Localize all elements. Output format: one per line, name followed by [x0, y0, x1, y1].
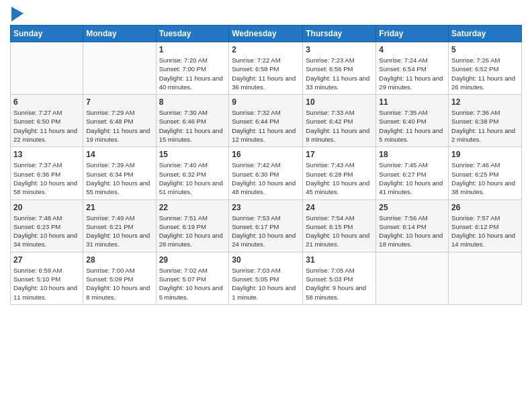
day-info: Sunrise: 7:29 AM Sunset: 6:48 PM Dayligh…	[86, 108, 152, 144]
calendar-cell: 2Sunrise: 7:22 AM Sunset: 6:58 PM Daylig…	[229, 42, 303, 95]
calendar-cell: 3Sunrise: 7:23 AM Sunset: 6:56 PM Daylig…	[303, 42, 376, 95]
svg-marker-0	[11, 7, 24, 21]
calendar-cell: 14Sunrise: 7:39 AM Sunset: 6:34 PM Dayli…	[83, 147, 156, 199]
calendar-cell: 28Sunrise: 7:00 AM Sunset: 5:09 PM Dayli…	[83, 252, 156, 304]
logo-icon	[11, 7, 24, 21]
day-number: 14	[86, 150, 152, 159]
day-info: Sunrise: 7:57 AM Sunset: 6:12 PM Dayligh…	[451, 214, 519, 249]
day-info: Sunrise: 7:03 AM Sunset: 5:05 PM Dayligh…	[232, 266, 300, 302]
day-info: Sunrise: 7:20 AM Sunset: 7:00 PM Dayligh…	[159, 56, 226, 91]
day-number: 10	[306, 97, 373, 107]
calendar-cell	[11, 42, 83, 95]
calendar-cell: 8Sunrise: 7:30 AM Sunset: 6:46 PM Daylig…	[156, 95, 229, 147]
day-number: 29	[159, 255, 226, 265]
day-number: 6	[13, 97, 80, 107]
day-info: Sunrise: 7:49 AM Sunset: 6:21 PM Dayligh…	[86, 214, 152, 249]
day-info: Sunrise: 7:32 AM Sunset: 6:44 PM Dayligh…	[232, 108, 300, 144]
day-number: 2	[232, 45, 300, 54]
calendar-week-row: 1Sunrise: 7:20 AM Sunset: 7:00 PM Daylig…	[11, 42, 522, 95]
day-number: 11	[379, 97, 445, 107]
weekday-header: Saturday	[449, 26, 522, 42]
weekday-header: Thursday	[303, 26, 376, 42]
day-info: Sunrise: 7:53 AM Sunset: 6:17 PM Dayligh…	[232, 214, 300, 249]
calendar-cell: 13Sunrise: 7:37 AM Sunset: 6:36 PM Dayli…	[11, 147, 83, 199]
calendar-week-row: 6Sunrise: 7:27 AM Sunset: 6:50 PM Daylig…	[11, 95, 522, 147]
calendar-cell: 30Sunrise: 7:03 AM Sunset: 5:05 PM Dayli…	[229, 252, 303, 304]
day-info: Sunrise: 7:36 AM Sunset: 6:38 PM Dayligh…	[451, 108, 519, 144]
calendar-cell: 10Sunrise: 7:33 AM Sunset: 6:42 PM Dayli…	[303, 95, 376, 147]
day-number: 24	[306, 203, 373, 212]
page: SundayMondayTuesdayWednesdayThursdayFrid…	[0, 0, 532, 411]
calendar-cell	[83, 42, 156, 95]
calendar-cell: 6Sunrise: 7:27 AM Sunset: 6:50 PM Daylig…	[11, 95, 83, 147]
calendar-cell: 18Sunrise: 7:45 AM Sunset: 6:27 PM Dayli…	[376, 147, 449, 199]
calendar-cell: 19Sunrise: 7:46 AM Sunset: 6:25 PM Dayli…	[449, 147, 522, 199]
calendar-cell: 1Sunrise: 7:20 AM Sunset: 7:00 PM Daylig…	[156, 42, 229, 95]
calendar-cell: 21Sunrise: 7:49 AM Sunset: 6:21 PM Dayli…	[83, 199, 156, 252]
calendar-cell: 17Sunrise: 7:43 AM Sunset: 6:28 PM Dayli…	[303, 147, 376, 199]
weekday-header: Wednesday	[229, 26, 303, 42]
calendar-week-row: 13Sunrise: 7:37 AM Sunset: 6:36 PM Dayli…	[11, 147, 522, 199]
calendar-cell: 26Sunrise: 7:57 AM Sunset: 6:12 PM Dayli…	[449, 199, 522, 252]
day-number: 7	[86, 97, 152, 107]
calendar-cell: 9Sunrise: 7:32 AM Sunset: 6:44 PM Daylig…	[229, 95, 303, 147]
day-number: 31	[306, 255, 373, 265]
day-info: Sunrise: 7:45 AM Sunset: 6:27 PM Dayligh…	[379, 161, 445, 196]
day-number: 1	[159, 45, 226, 54]
weekday-header: Sunday	[11, 26, 83, 42]
calendar-cell: 23Sunrise: 7:53 AM Sunset: 6:17 PM Dayli…	[229, 199, 303, 252]
day-info: Sunrise: 7:02 AM Sunset: 5:07 PM Dayligh…	[159, 266, 226, 302]
day-number: 8	[159, 97, 226, 107]
calendar-cell: 31Sunrise: 7:05 AM Sunset: 5:03 PM Dayli…	[303, 252, 376, 304]
calendar-cell: 20Sunrise: 7:48 AM Sunset: 6:23 PM Dayli…	[11, 199, 83, 252]
calendar-week-row: 20Sunrise: 7:48 AM Sunset: 6:23 PM Dayli…	[11, 199, 522, 252]
day-info: Sunrise: 7:46 AM Sunset: 6:25 PM Dayligh…	[451, 161, 519, 196]
calendar-cell: 7Sunrise: 7:29 AM Sunset: 6:48 PM Daylig…	[83, 95, 156, 147]
day-number: 23	[232, 203, 300, 212]
day-number: 30	[232, 255, 300, 265]
day-info: Sunrise: 7:27 AM Sunset: 6:50 PM Dayligh…	[13, 108, 80, 144]
calendar-header-row: SundayMondayTuesdayWednesdayThursdayFrid…	[11, 26, 522, 42]
day-number: 9	[232, 97, 300, 107]
day-number: 28	[86, 255, 152, 265]
day-info: Sunrise: 7:39 AM Sunset: 6:34 PM Dayligh…	[86, 161, 152, 196]
calendar-cell: 24Sunrise: 7:54 AM Sunset: 6:15 PM Dayli…	[303, 199, 376, 252]
day-info: Sunrise: 7:33 AM Sunset: 6:42 PM Dayligh…	[306, 108, 373, 144]
day-info: Sunrise: 7:48 AM Sunset: 6:23 PM Dayligh…	[13, 214, 80, 249]
logo	[10, 7, 24, 19]
day-number: 27	[13, 255, 80, 265]
day-number: 19	[451, 150, 519, 159]
calendar-cell	[376, 252, 449, 304]
calendar-table: SundayMondayTuesdayWednesdayThursdayFrid…	[10, 25, 522, 305]
day-info: Sunrise: 6:59 AM Sunset: 5:10 PM Dayligh…	[13, 266, 80, 302]
day-info: Sunrise: 7:43 AM Sunset: 6:28 PM Dayligh…	[306, 161, 373, 196]
calendar-cell: 5Sunrise: 7:26 AM Sunset: 6:52 PM Daylig…	[449, 42, 522, 95]
header	[10, 7, 522, 19]
calendar-cell	[449, 252, 522, 304]
day-info: Sunrise: 7:42 AM Sunset: 6:30 PM Dayligh…	[232, 161, 300, 196]
day-number: 17	[306, 150, 373, 159]
day-info: Sunrise: 7:24 AM Sunset: 6:54 PM Dayligh…	[379, 56, 445, 91]
day-info: Sunrise: 7:51 AM Sunset: 6:19 PM Dayligh…	[159, 214, 226, 249]
day-number: 13	[13, 150, 80, 159]
day-number: 25	[379, 203, 445, 212]
day-number: 4	[379, 45, 445, 54]
weekday-header: Friday	[376, 26, 449, 42]
day-number: 22	[159, 203, 226, 212]
calendar-cell: 29Sunrise: 7:02 AM Sunset: 5:07 PM Dayli…	[156, 252, 229, 304]
day-info: Sunrise: 7:35 AM Sunset: 6:40 PM Dayligh…	[379, 108, 445, 144]
day-info: Sunrise: 7:00 AM Sunset: 5:09 PM Dayligh…	[86, 266, 152, 302]
day-number: 21	[86, 203, 152, 212]
calendar-cell: 27Sunrise: 6:59 AM Sunset: 5:10 PM Dayli…	[11, 252, 83, 304]
day-number: 5	[451, 45, 519, 54]
calendar-cell: 15Sunrise: 7:40 AM Sunset: 6:32 PM Dayli…	[156, 147, 229, 199]
day-info: Sunrise: 7:56 AM Sunset: 6:14 PM Dayligh…	[379, 214, 445, 249]
day-info: Sunrise: 7:37 AM Sunset: 6:36 PM Dayligh…	[13, 161, 80, 196]
calendar-cell: 4Sunrise: 7:24 AM Sunset: 6:54 PM Daylig…	[376, 42, 449, 95]
day-number: 26	[451, 203, 519, 212]
day-info: Sunrise: 7:05 AM Sunset: 5:03 PM Dayligh…	[306, 266, 373, 302]
day-number: 12	[451, 97, 519, 107]
day-number: 3	[306, 45, 373, 54]
day-info: Sunrise: 7:54 AM Sunset: 6:15 PM Dayligh…	[306, 214, 373, 249]
calendar-cell: 11Sunrise: 7:35 AM Sunset: 6:40 PM Dayli…	[376, 95, 449, 147]
